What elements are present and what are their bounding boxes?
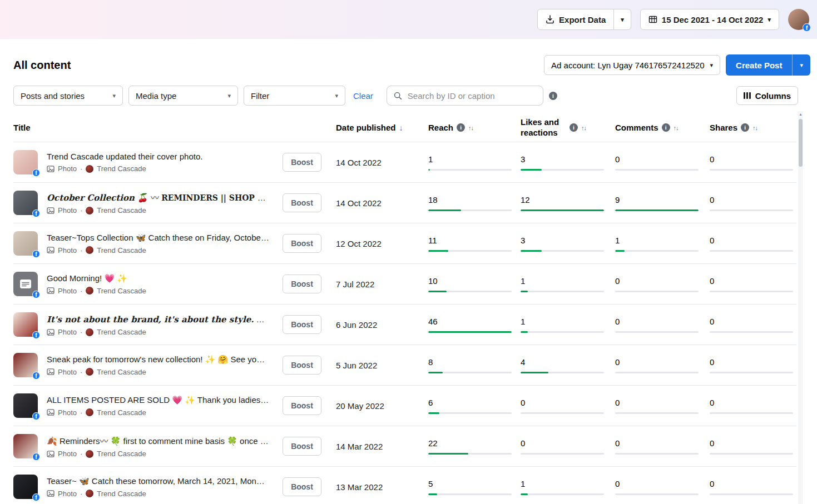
metric-value: 4 [521, 357, 615, 367]
boost-button[interactable]: Boost [283, 275, 321, 293]
metric-cell-comments: 0 [615, 479, 710, 495]
boost-button[interactable]: Boost [283, 234, 321, 253]
boost-cell: Boost [283, 153, 336, 172]
post-account-label[interactable]: Trend Cascade [97, 490, 146, 498]
post-meta: Photo · Trend Cascade [47, 450, 269, 458]
facebook-badge-icon: f [32, 372, 40, 380]
metric-cell-reach: 6 [428, 398, 521, 414]
info-icon[interactable]: i [549, 92, 557, 100]
content-type-dropdown[interactable]: Posts and stories ▾ [13, 86, 123, 106]
post-thumbnail[interactable]: f [13, 231, 38, 256]
boost-button[interactable]: Boost [283, 396, 321, 415]
metric-bar-track [521, 209, 604, 211]
post-type-label: Photo [58, 164, 77, 173]
sort-icon[interactable]: ↑↓ [752, 124, 757, 131]
metric-value: 6 [428, 398, 521, 407]
boost-button[interactable]: Boost [283, 477, 321, 496]
column-header-shares[interactable]: Shares i ↑↓ [710, 123, 796, 132]
metric-value: 0 [615, 438, 710, 448]
post-account-label[interactable]: Trend Cascade [97, 206, 146, 214]
sort-icon[interactable]: ↑↓ [468, 124, 473, 131]
metric-bar-track [710, 209, 793, 211]
media-type-dropdown[interactable]: Media type ▾ [128, 86, 238, 106]
column-header-likes[interactable]: Likes and reactions i ↑↓ [521, 117, 615, 138]
date-range-button[interactable]: 15 Dec 2021 - 14 Oct 2022 ▾ [640, 9, 779, 30]
sort-icon[interactable]: ↑↓ [674, 124, 679, 131]
title-cell: f Teaser~Tops Collection 🦋 Catch these o… [13, 231, 283, 256]
metric-bar-fill [521, 372, 548, 373]
post-thumbnail[interactable]: f [13, 272, 38, 296]
post-thumbnail[interactable]: f [13, 150, 38, 174]
boost-button[interactable]: Boost [283, 437, 321, 456]
chevron-down-icon: ▾ [227, 93, 231, 99]
table-row: f Sneak peak for tomorrow's new collecti… [13, 345, 796, 386]
search-input[interactable] [407, 91, 536, 101]
metric-value: 3 [521, 236, 615, 245]
export-options-button[interactable]: ▾ [613, 9, 631, 29]
profile-avatar[interactable]: f [788, 9, 809, 30]
post-thumbnail[interactable]: f [13, 312, 38, 337]
scrollbar[interactable]: ▲ [798, 111, 803, 504]
post-thumbnail[interactable]: f [13, 353, 38, 377]
page-head: All content Ad account: Lyn Ugay 7461765… [0, 39, 817, 83]
post-title[interactable]: ALL ITEMS POSTED ARE SOLD 💗 ✨ Thank you … [47, 395, 269, 405]
column-header-date[interactable]: Date published ↓ [336, 123, 428, 132]
post-thumbnail[interactable]: f [13, 475, 38, 499]
info-icon[interactable]: i [662, 123, 670, 132]
post-title[interactable]: Good Morning! 💗 ✨ [47, 273, 146, 283]
create-post-options-button[interactable]: ▾ [792, 54, 810, 76]
post-date: 14 Mar 2022 [336, 442, 428, 451]
ad-account-dropdown[interactable]: Ad account: Lyn Ugay 746176572412520 ▾ [544, 55, 720, 75]
post-account-label[interactable]: Trend Cascade [97, 450, 146, 458]
metric-bar-track [428, 372, 512, 373]
metric-cell-likes: 4 [521, 357, 615, 373]
scroll-up-icon[interactable]: ▲ [798, 112, 803, 116]
post-thumbnail[interactable]: f [13, 393, 38, 418]
boost-button[interactable]: Boost [283, 356, 321, 375]
post-title[interactable]: Sneak peak for tomorrow's new collection… [47, 355, 269, 365]
column-header-title[interactable]: Title [13, 123, 283, 132]
post-title[interactable]: Trend Cascade updated their cover photo. [47, 152, 202, 161]
post-title[interactable]: It's not about the brand, it's about the… [47, 313, 269, 325]
filter-label: Filter [251, 91, 269, 101]
info-icon[interactable]: i [457, 123, 465, 132]
metric-value: 0 [615, 317, 710, 326]
clear-filters-link[interactable]: Clear [353, 91, 373, 101]
facebook-badge-icon: f [32, 412, 40, 420]
post-meta: Photo · Trend Cascade [47, 206, 269, 214]
scrollbar-thumb[interactable] [799, 119, 803, 167]
metric-bar-track [710, 453, 793, 455]
meta-separator: · [80, 287, 82, 295]
create-post-button[interactable]: Create Post [726, 54, 792, 76]
post-account-label[interactable]: Trend Cascade [97, 287, 146, 295]
post-account-label[interactable]: Trend Cascade [97, 368, 146, 376]
post-title[interactable]: Teaser~ 🦋 Catch these tomorrow, March 14… [47, 476, 269, 486]
filter-dropdown[interactable]: Filter ▾ [244, 86, 345, 106]
columns-button[interactable]: Columns [736, 86, 798, 105]
post-account-label[interactable]: Trend Cascade [97, 164, 146, 173]
post-title[interactable]: 🍂 Reminders〰 🍀 first to comment mine bas… [47, 435, 269, 446]
metric-bar-track [710, 291, 793, 292]
post-thumbnail[interactable]: f [13, 434, 38, 458]
post-thumbnail[interactable]: f [13, 191, 38, 215]
export-data-button[interactable]: Export Data [538, 9, 613, 29]
post-title[interactable]: Teaser~Tops Collection 🦋 Catch these on … [47, 233, 269, 243]
boost-button[interactable]: Boost [283, 193, 321, 212]
sort-descending-icon: ↓ [399, 123, 403, 132]
column-header-comments[interactable]: Comments i ↑↓ [615, 123, 710, 132]
sort-icon[interactable]: ↑↓ [581, 124, 586, 131]
boost-button[interactable]: Boost [283, 315, 321, 334]
info-icon[interactable]: i [570, 123, 578, 132]
info-icon[interactable]: i [741, 123, 749, 132]
metric-cell-shares: 0 [710, 317, 796, 333]
column-header-reach[interactable]: Reach i ↑↓ [428, 123, 521, 132]
post-meta: Photo · Trend Cascade [47, 164, 202, 173]
post-account-label[interactable]: Trend Cascade [97, 328, 146, 336]
boost-button[interactable]: Boost [283, 153, 321, 172]
post-account-label[interactable]: Trend Cascade [97, 246, 146, 255]
post-account-label[interactable]: Trend Cascade [97, 408, 146, 417]
post-title[interactable]: October Collection 🍒 〰 REMINDERS || SHOP… [47, 191, 269, 203]
post-meta: Photo · Trend Cascade [47, 368, 269, 376]
metric-value: 0 [710, 479, 796, 488]
chevron-down-icon: ▾ [800, 62, 803, 68]
